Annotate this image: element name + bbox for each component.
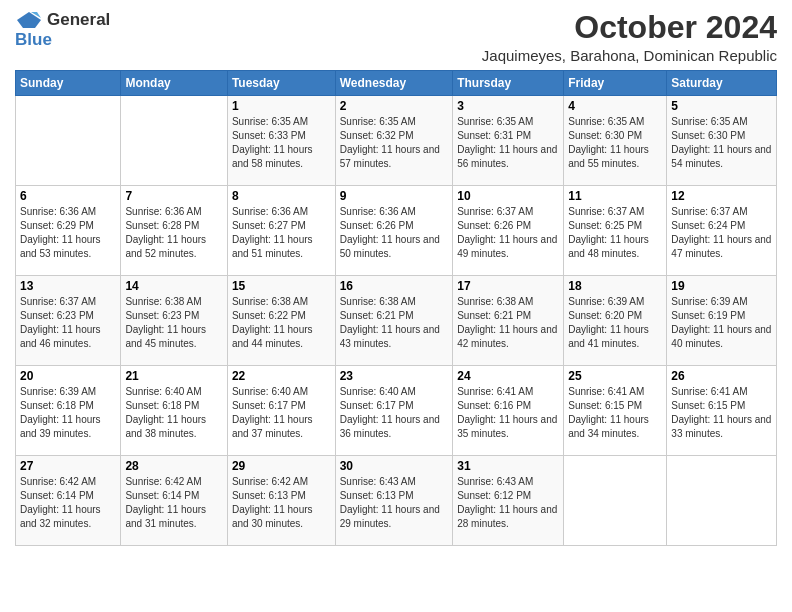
location-title: Jaquimeyes, Barahona, Dominican Republic <box>482 47 777 64</box>
weekday-header-wednesday: Wednesday <box>335 71 453 96</box>
day-cell: 19Sunrise: 6:39 AMSunset: 6:19 PMDayligh… <box>667 276 777 366</box>
weekday-header-saturday: Saturday <box>667 71 777 96</box>
day-number: 26 <box>671 369 772 383</box>
day-cell <box>121 96 227 186</box>
day-cell: 23Sunrise: 6:40 AMSunset: 6:17 PMDayligh… <box>335 366 453 456</box>
day-info: Sunrise: 6:41 AMSunset: 6:15 PMDaylight:… <box>568 385 662 441</box>
day-info: Sunrise: 6:35 AMSunset: 6:32 PMDaylight:… <box>340 115 449 171</box>
day-number: 1 <box>232 99 331 113</box>
day-number: 25 <box>568 369 662 383</box>
weekday-header-monday: Monday <box>121 71 227 96</box>
logo-icon <box>15 10 43 30</box>
day-number: 22 <box>232 369 331 383</box>
day-info: Sunrise: 6:35 AMSunset: 6:31 PMDaylight:… <box>457 115 559 171</box>
day-cell: 21Sunrise: 6:40 AMSunset: 6:18 PMDayligh… <box>121 366 227 456</box>
day-cell: 13Sunrise: 6:37 AMSunset: 6:23 PMDayligh… <box>16 276 121 366</box>
logo-general-text: General <box>47 10 110 30</box>
day-info: Sunrise: 6:39 AMSunset: 6:18 PMDaylight:… <box>20 385 116 441</box>
day-number: 23 <box>340 369 449 383</box>
weekday-header-friday: Friday <box>564 71 667 96</box>
day-number: 13 <box>20 279 116 293</box>
day-number: 28 <box>125 459 222 473</box>
day-info: Sunrise: 6:43 AMSunset: 6:13 PMDaylight:… <box>340 475 449 531</box>
day-number: 4 <box>568 99 662 113</box>
weekday-header-tuesday: Tuesday <box>227 71 335 96</box>
day-number: 30 <box>340 459 449 473</box>
day-cell: 14Sunrise: 6:38 AMSunset: 6:23 PMDayligh… <box>121 276 227 366</box>
calendar-body: 1Sunrise: 6:35 AMSunset: 6:33 PMDaylight… <box>16 96 777 546</box>
day-number: 3 <box>457 99 559 113</box>
day-info: Sunrise: 6:38 AMSunset: 6:23 PMDaylight:… <box>125 295 222 351</box>
day-info: Sunrise: 6:43 AMSunset: 6:12 PMDaylight:… <box>457 475 559 531</box>
day-cell: 31Sunrise: 6:43 AMSunset: 6:12 PMDayligh… <box>453 456 564 546</box>
day-cell: 26Sunrise: 6:41 AMSunset: 6:15 PMDayligh… <box>667 366 777 456</box>
day-cell <box>667 456 777 546</box>
day-info: Sunrise: 6:42 AMSunset: 6:14 PMDaylight:… <box>20 475 116 531</box>
day-cell <box>16 96 121 186</box>
day-number: 2 <box>340 99 449 113</box>
weekday-header-thursday: Thursday <box>453 71 564 96</box>
day-number: 20 <box>20 369 116 383</box>
day-number: 5 <box>671 99 772 113</box>
day-cell: 20Sunrise: 6:39 AMSunset: 6:18 PMDayligh… <box>16 366 121 456</box>
day-info: Sunrise: 6:36 AMSunset: 6:26 PMDaylight:… <box>340 205 449 261</box>
day-number: 10 <box>457 189 559 203</box>
day-info: Sunrise: 6:40 AMSunset: 6:18 PMDaylight:… <box>125 385 222 441</box>
day-info: Sunrise: 6:37 AMSunset: 6:25 PMDaylight:… <box>568 205 662 261</box>
day-info: Sunrise: 6:35 AMSunset: 6:30 PMDaylight:… <box>671 115 772 171</box>
day-cell: 3Sunrise: 6:35 AMSunset: 6:31 PMDaylight… <box>453 96 564 186</box>
day-info: Sunrise: 6:42 AMSunset: 6:13 PMDaylight:… <box>232 475 331 531</box>
day-number: 18 <box>568 279 662 293</box>
day-cell: 12Sunrise: 6:37 AMSunset: 6:24 PMDayligh… <box>667 186 777 276</box>
day-cell: 6Sunrise: 6:36 AMSunset: 6:29 PMDaylight… <box>16 186 121 276</box>
day-number: 9 <box>340 189 449 203</box>
day-number: 8 <box>232 189 331 203</box>
day-cell: 17Sunrise: 6:38 AMSunset: 6:21 PMDayligh… <box>453 276 564 366</box>
day-info: Sunrise: 6:37 AMSunset: 6:24 PMDaylight:… <box>671 205 772 261</box>
day-info: Sunrise: 6:35 AMSunset: 6:33 PMDaylight:… <box>232 115 331 171</box>
day-number: 12 <box>671 189 772 203</box>
day-cell: 2Sunrise: 6:35 AMSunset: 6:32 PMDaylight… <box>335 96 453 186</box>
day-cell: 4Sunrise: 6:35 AMSunset: 6:30 PMDaylight… <box>564 96 667 186</box>
day-info: Sunrise: 6:39 AMSunset: 6:20 PMDaylight:… <box>568 295 662 351</box>
day-cell: 16Sunrise: 6:38 AMSunset: 6:21 PMDayligh… <box>335 276 453 366</box>
day-cell: 22Sunrise: 6:40 AMSunset: 6:17 PMDayligh… <box>227 366 335 456</box>
day-cell: 1Sunrise: 6:35 AMSunset: 6:33 PMDaylight… <box>227 96 335 186</box>
day-cell: 25Sunrise: 6:41 AMSunset: 6:15 PMDayligh… <box>564 366 667 456</box>
week-row-1: 1Sunrise: 6:35 AMSunset: 6:33 PMDaylight… <box>16 96 777 186</box>
day-number: 31 <box>457 459 559 473</box>
day-number: 27 <box>20 459 116 473</box>
calendar-table: SundayMondayTuesdayWednesdayThursdayFrid… <box>15 70 777 546</box>
day-number: 14 <box>125 279 222 293</box>
day-cell: 9Sunrise: 6:36 AMSunset: 6:26 PMDaylight… <box>335 186 453 276</box>
day-cell: 15Sunrise: 6:38 AMSunset: 6:22 PMDayligh… <box>227 276 335 366</box>
day-info: Sunrise: 6:36 AMSunset: 6:27 PMDaylight:… <box>232 205 331 261</box>
day-info: Sunrise: 6:38 AMSunset: 6:22 PMDaylight:… <box>232 295 331 351</box>
day-cell: 7Sunrise: 6:36 AMSunset: 6:28 PMDaylight… <box>121 186 227 276</box>
day-info: Sunrise: 6:37 AMSunset: 6:26 PMDaylight:… <box>457 205 559 261</box>
day-number: 6 <box>20 189 116 203</box>
week-row-4: 20Sunrise: 6:39 AMSunset: 6:18 PMDayligh… <box>16 366 777 456</box>
day-cell: 24Sunrise: 6:41 AMSunset: 6:16 PMDayligh… <box>453 366 564 456</box>
day-info: Sunrise: 6:41 AMSunset: 6:16 PMDaylight:… <box>457 385 559 441</box>
day-info: Sunrise: 6:38 AMSunset: 6:21 PMDaylight:… <box>457 295 559 351</box>
day-cell: 10Sunrise: 6:37 AMSunset: 6:26 PMDayligh… <box>453 186 564 276</box>
day-info: Sunrise: 6:37 AMSunset: 6:23 PMDaylight:… <box>20 295 116 351</box>
week-row-3: 13Sunrise: 6:37 AMSunset: 6:23 PMDayligh… <box>16 276 777 366</box>
day-number: 29 <box>232 459 331 473</box>
day-info: Sunrise: 6:35 AMSunset: 6:30 PMDaylight:… <box>568 115 662 171</box>
day-number: 24 <box>457 369 559 383</box>
day-info: Sunrise: 6:40 AMSunset: 6:17 PMDaylight:… <box>340 385 449 441</box>
day-cell: 27Sunrise: 6:42 AMSunset: 6:14 PMDayligh… <box>16 456 121 546</box>
day-info: Sunrise: 6:42 AMSunset: 6:14 PMDaylight:… <box>125 475 222 531</box>
day-info: Sunrise: 6:39 AMSunset: 6:19 PMDaylight:… <box>671 295 772 351</box>
weekday-header-sunday: Sunday <box>16 71 121 96</box>
day-number: 7 <box>125 189 222 203</box>
day-cell: 5Sunrise: 6:35 AMSunset: 6:30 PMDaylight… <box>667 96 777 186</box>
day-cell: 30Sunrise: 6:43 AMSunset: 6:13 PMDayligh… <box>335 456 453 546</box>
day-number: 17 <box>457 279 559 293</box>
page-header: General Blue October 2024 Jaquimeyes, Ba… <box>15 10 777 64</box>
logo-blue-text: Blue <box>15 30 52 50</box>
day-info: Sunrise: 6:36 AMSunset: 6:28 PMDaylight:… <box>125 205 222 261</box>
day-cell <box>564 456 667 546</box>
